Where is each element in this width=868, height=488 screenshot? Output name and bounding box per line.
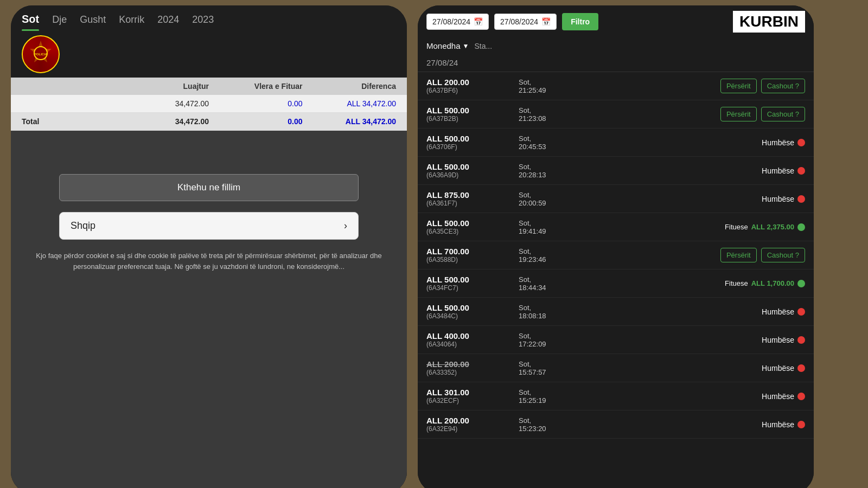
total-label: Total <box>22 117 116 126</box>
tx-action-6: Përsërit Cashout ? <box>589 248 805 262</box>
cashout-button-1[interactable]: Cashout ? <box>761 107 805 121</box>
tx-action-3: Humbëse <box>589 166 805 175</box>
date-from-input[interactable]: 27/08/2024 📅 <box>426 14 489 30</box>
tx-amount-id-4: ALL 875.00 (6A361F7) <box>426 190 513 207</box>
green-dot-7 <box>797 280 805 287</box>
tx-row-12: ALL 200.00 (6A32E94) Sot,15:23:20 Humbës… <box>418 410 814 439</box>
tx-row-8: ALL 500.00 (6A3484C) Sot,18:08:18 Humbës… <box>418 298 814 326</box>
tx-amount-10: ALL 200.00 <box>426 359 513 369</box>
fituese-label-5: Fituese <box>725 223 748 231</box>
tab-2024[interactable]: 2024 <box>157 14 179 31</box>
tx-time-10: Sot,15:57:57 <box>519 360 584 376</box>
tab-2023[interactable]: 2023 <box>192 14 214 31</box>
tx-row-0: ALL 200.00 (6A37BF6) Sot,21:25:49 Përsër… <box>418 72 814 100</box>
red-dot-12 <box>797 421 805 428</box>
tx-row-6: ALL 700.00 (6A3588D) Sot,19:23:46 Përsër… <box>418 241 814 269</box>
humbese-status-8: Humbëse <box>762 307 805 316</box>
tx-amount-1: ALL 500.00 <box>426 106 513 115</box>
right-header: 27/08/2024 📅 27/08/2024 📅 Filtro KURBIN <box>418 5 814 38</box>
tx-time-7: Sot,18:44:34 <box>519 275 584 292</box>
humbese-label-3: Humbëse <box>762 166 794 175</box>
tab-korrik[interactable]: Korrik <box>119 14 144 31</box>
tx-amount-0: ALL 200.00 <box>426 78 513 87</box>
tx-amount-id-0: ALL 200.00 (6A37BF6) <box>426 78 513 94</box>
red-dot-11 <box>797 393 805 400</box>
red-dot-2 <box>797 139 805 146</box>
tx-action-7: Fituese ALL 1,700.00 <box>589 279 805 287</box>
tx-id-2: (6A3706F) <box>426 143 513 151</box>
back-button[interactable]: Kthehu ne fillim <box>59 174 359 201</box>
dark-area: Kthehu ne fillim Shqip › Kjo faqe përdor… <box>11 131 407 488</box>
tx-action-9: Humbëse <box>589 336 805 344</box>
tx-action-0: Përsërit Cashout ? <box>589 79 805 93</box>
humbese-label-2: Humbëse <box>762 138 794 147</box>
tab-dje[interactable]: Dje <box>52 14 67 31</box>
total-diferenca: ALL 34,472.00 <box>303 117 397 126</box>
tx-row-7: ALL 500.00 (6A34FC7) Sot,18:44:34 Fitues… <box>418 269 814 298</box>
transaction-list[interactable]: ALL 200.00 (6A37BF6) Sot,21:25:49 Përsër… <box>418 72 814 488</box>
col-luajtur: Luajtur <box>116 82 209 91</box>
humbese-status-9: Humbëse <box>762 336 805 344</box>
tx-time-3: Sot,20:28:13 <box>519 163 584 179</box>
red-dot-3 <box>797 167 805 175</box>
tx-amount-11: ALL 301.00 <box>426 388 513 397</box>
tx-time-8: Sot,18:08:18 <box>519 304 584 320</box>
language-label: Shqip <box>71 220 95 232</box>
tx-action-1: Përsërit Cashout ? <box>589 107 805 121</box>
green-dot-5 <box>797 223 805 231</box>
tx-row-5: ALL 500.00 (6A35CE3) Sot,19:41:49 Fitues… <box>418 213 814 241</box>
status-filter-label: Sta... <box>474 42 492 50</box>
cashout-button-6[interactable]: Cashout ? <box>761 248 805 262</box>
tx-amount-id-9: ALL 400.00 (6A34064) <box>426 331 513 348</box>
fituese-label-7: Fituese <box>725 279 748 287</box>
row1-luajtur: 34,472.00 <box>116 99 209 108</box>
red-dot-10 <box>797 364 805 372</box>
col-diferenca: Diferenca <box>303 82 397 91</box>
tx-row-10: ALL 200.00 (6A33352) Sot,15:57:57 Humbës… <box>418 354 814 382</box>
total-vlera: 0.00 <box>209 117 303 126</box>
tx-action-11: Humbëse <box>589 392 805 401</box>
total-luajtur: 34,472.00 <box>116 117 209 126</box>
fituese-amount-7: ALL 1,700.00 <box>751 279 794 287</box>
humbese-status-10: Humbëse <box>762 364 805 373</box>
tx-id-11: (6A32ECF) <box>426 397 513 404</box>
perseri-button-6[interactable]: Përsërit <box>720 248 757 262</box>
perseri-button-1[interactable]: Përsërit <box>720 107 757 121</box>
red-dot-4 <box>797 195 805 203</box>
tx-time-11: Sot,15:25:19 <box>519 388 584 404</box>
cashout-button-0[interactable]: Cashout ? <box>761 79 805 93</box>
humbese-status-4: Humbëse <box>762 195 805 203</box>
tx-time-12: Sot,15:23:20 <box>519 416 584 433</box>
tx-id-6: (6A3588D) <box>426 256 513 264</box>
date-to-input[interactable]: 27/08/2024 📅 <box>494 14 557 30</box>
perseri-button-0[interactable]: Përsërit <box>720 79 757 93</box>
tx-amount-id-10: ALL 200.00 (6A33352) <box>426 359 513 376</box>
chevron-right-icon: › <box>344 220 347 232</box>
tx-amount-3: ALL 500.00 <box>426 162 513 171</box>
humbese-label-10: Humbëse <box>762 364 794 373</box>
tx-id-12: (6A32E94) <box>426 425 513 433</box>
tx-amount-9: ALL 400.00 <box>426 331 513 341</box>
monedha-dropdown[interactable]: Monedha ▼ <box>426 41 469 50</box>
language-button[interactable]: Shqip › <box>59 212 359 240</box>
tab-sot[interactable]: Sot <box>22 13 39 31</box>
row1-diferenca: ALL 34,472.00 <box>303 99 397 108</box>
tx-action-8: Humbëse <box>589 307 805 316</box>
tx-amount-id-3: ALL 500.00 (6A36A9D) <box>426 162 513 179</box>
tx-row-3: ALL 500.00 (6A36A9D) Sot,20:28:13 Humbës… <box>418 157 814 185</box>
humbese-status-12: Humbëse <box>762 420 805 429</box>
filter-button[interactable]: Filtro <box>562 13 598 30</box>
tab-gusht[interactable]: Gusht <box>80 14 106 31</box>
tx-row-9: ALL 400.00 (6A34064) Sot,17:22:09 Humbës… <box>418 326 814 354</box>
kurbin-title: KURBIN <box>733 11 805 33</box>
tx-action-4: Humbëse <box>589 195 805 203</box>
tx-amount-id-8: ALL 500.00 (6A3484C) <box>426 303 513 320</box>
chevron-down-icon: ▼ <box>463 42 469 50</box>
date-from-value: 27/08/2024 <box>432 17 470 26</box>
tx-amount-id-7: ALL 500.00 (6A34FC7) <box>426 275 513 292</box>
tx-row-2: ALL 500.00 (6A3706F) Sot,20:45:53 Humbës… <box>418 129 814 157</box>
tx-action-12: Humbëse <box>589 420 805 429</box>
tx-amount-id-12: ALL 200.00 (6A32E94) <box>426 416 513 433</box>
humbese-label-11: Humbëse <box>762 392 794 401</box>
tx-amount-4: ALL 875.00 <box>426 190 513 200</box>
